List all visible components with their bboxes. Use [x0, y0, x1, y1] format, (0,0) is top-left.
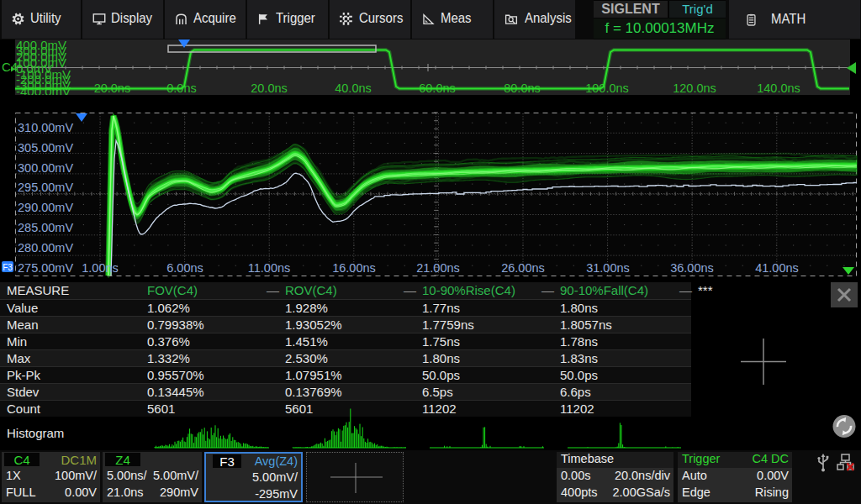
svg-text:36.00ns: 36.00ns [670, 261, 714, 275]
svg-text:21.00ns: 21.00ns [416, 261, 460, 275]
svg-text:300.00mV: 300.00mV [18, 161, 73, 175]
svg-text:310.00mV: 310.00mV [18, 121, 73, 134]
svg-text:305.00mV: 305.00mV [18, 141, 73, 155]
svg-text:11.00ns: 11.00ns [248, 261, 291, 275]
svg-text:C4: C4 [2, 60, 18, 74]
svg-text:16.00ns: 16.00ns [332, 261, 376, 275]
svg-text:140.0ns: 140.0ns [757, 81, 800, 95]
svg-text:F3: F3 [3, 263, 13, 272]
svg-text:285.00mV: 285.00mV [18, 221, 73, 234]
svg-text:275.00mV: 275.00mV [18, 261, 73, 275]
svg-text:280.00mV: 280.00mV [18, 241, 73, 255]
svg-text:120.0ns: 120.0ns [673, 81, 716, 95]
svg-text:20.0ns: 20.0ns [251, 81, 288, 95]
svg-text:31.00ns: 31.00ns [586, 261, 630, 275]
svg-text:295.00mV: 295.00mV [18, 181, 73, 194]
svg-text:26.00ns: 26.00ns [501, 261, 545, 275]
svg-text:290.00mV: 290.00mV [18, 201, 73, 214]
svg-text:41.00ns: 41.00ns [755, 261, 799, 275]
svg-text:40.0ns: 40.0ns [335, 81, 372, 95]
svg-text:6.00ns: 6.00ns [166, 261, 203, 275]
svg-text:1.00ns: 1.00ns [82, 261, 119, 275]
